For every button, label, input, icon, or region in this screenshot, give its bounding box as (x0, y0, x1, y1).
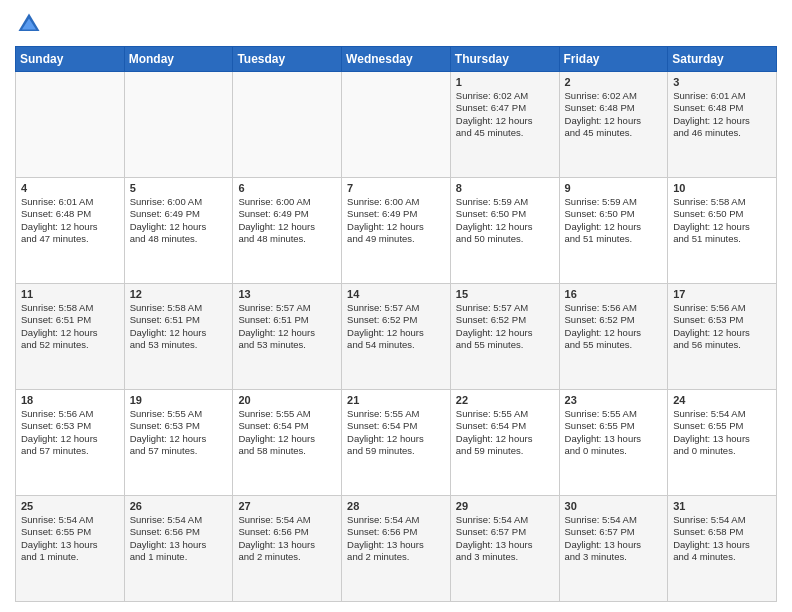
calendar-cell: 28Sunrise: 5:54 AMSunset: 6:56 PMDayligh… (342, 496, 451, 602)
day-info: Sunset: 6:57 PM (456, 526, 554, 538)
day-info: Daylight: 13 hours (673, 433, 771, 445)
day-number: 18 (21, 394, 119, 406)
day-number: 10 (673, 182, 771, 194)
calendar-cell: 30Sunrise: 5:54 AMSunset: 6:57 PMDayligh… (559, 496, 668, 602)
day-info: and 55 minutes. (456, 339, 554, 351)
day-number: 19 (130, 394, 228, 406)
day-number: 13 (238, 288, 336, 300)
day-info: and 49 minutes. (347, 233, 445, 245)
day-info: Sunrise: 5:54 AM (673, 408, 771, 420)
calendar-cell: 23Sunrise: 5:55 AMSunset: 6:55 PMDayligh… (559, 390, 668, 496)
day-info: Sunset: 6:53 PM (130, 420, 228, 432)
day-info: Daylight: 12 hours (673, 327, 771, 339)
day-info: and 59 minutes. (456, 445, 554, 457)
day-info: Daylight: 12 hours (21, 221, 119, 233)
day-info: and 3 minutes. (565, 551, 663, 563)
day-info: Daylight: 13 hours (456, 539, 554, 551)
day-info: Sunset: 6:52 PM (347, 314, 445, 326)
calendar-cell: 14Sunrise: 5:57 AMSunset: 6:52 PMDayligh… (342, 284, 451, 390)
day-number: 26 (130, 500, 228, 512)
day-info: Sunset: 6:47 PM (456, 102, 554, 114)
day-info: Daylight: 12 hours (673, 115, 771, 127)
weekday-header: Thursday (450, 47, 559, 72)
day-info: Sunset: 6:51 PM (21, 314, 119, 326)
day-number: 22 (456, 394, 554, 406)
day-info: Sunrise: 6:00 AM (238, 196, 336, 208)
day-number: 2 (565, 76, 663, 88)
day-info: and 51 minutes. (673, 233, 771, 245)
day-info: Sunset: 6:53 PM (21, 420, 119, 432)
day-info: Sunset: 6:49 PM (347, 208, 445, 220)
calendar-cell: 18Sunrise: 5:56 AMSunset: 6:53 PMDayligh… (16, 390, 125, 496)
day-number: 20 (238, 394, 336, 406)
day-info: Sunrise: 5:55 AM (130, 408, 228, 420)
calendar-cell: 10Sunrise: 5:58 AMSunset: 6:50 PMDayligh… (668, 178, 777, 284)
weekday-header: Monday (124, 47, 233, 72)
day-info: and 54 minutes. (347, 339, 445, 351)
weekday-header: Wednesday (342, 47, 451, 72)
day-info: Sunrise: 5:56 AM (673, 302, 771, 314)
day-info: Sunset: 6:57 PM (565, 526, 663, 538)
day-info: Sunrise: 5:55 AM (456, 408, 554, 420)
calendar-week-row: 4Sunrise: 6:01 AMSunset: 6:48 PMDaylight… (16, 178, 777, 284)
day-info: Sunrise: 5:57 AM (347, 302, 445, 314)
calendar-cell: 24Sunrise: 5:54 AMSunset: 6:55 PMDayligh… (668, 390, 777, 496)
day-info: and 45 minutes. (456, 127, 554, 139)
calendar-cell: 31Sunrise: 5:54 AMSunset: 6:58 PMDayligh… (668, 496, 777, 602)
calendar-cell: 25Sunrise: 5:54 AMSunset: 6:55 PMDayligh… (16, 496, 125, 602)
calendar-cell: 3Sunrise: 6:01 AMSunset: 6:48 PMDaylight… (668, 72, 777, 178)
day-info: Sunrise: 5:54 AM (347, 514, 445, 526)
day-info: Sunrise: 5:54 AM (673, 514, 771, 526)
day-info: Sunset: 6:49 PM (130, 208, 228, 220)
day-info: Sunrise: 6:00 AM (130, 196, 228, 208)
calendar-cell: 4Sunrise: 6:01 AMSunset: 6:48 PMDaylight… (16, 178, 125, 284)
day-info: Sunset: 6:51 PM (130, 314, 228, 326)
calendar-cell (16, 72, 125, 178)
calendar-cell (233, 72, 342, 178)
day-info: Sunset: 6:48 PM (21, 208, 119, 220)
calendar-cell: 15Sunrise: 5:57 AMSunset: 6:52 PMDayligh… (450, 284, 559, 390)
day-info: and 0 minutes. (673, 445, 771, 457)
day-info: Daylight: 13 hours (347, 539, 445, 551)
day-info: Sunset: 6:56 PM (347, 526, 445, 538)
day-info: Sunset: 6:49 PM (238, 208, 336, 220)
calendar-page: SundayMondayTuesdayWednesdayThursdayFrid… (0, 0, 792, 612)
day-info: and 3 minutes. (456, 551, 554, 563)
calendar-cell: 19Sunrise: 5:55 AMSunset: 6:53 PMDayligh… (124, 390, 233, 496)
day-info: Sunset: 6:53 PM (673, 314, 771, 326)
day-number: 14 (347, 288, 445, 300)
day-number: 9 (565, 182, 663, 194)
logo (15, 10, 47, 38)
day-info: Daylight: 12 hours (21, 433, 119, 445)
day-info: and 1 minute. (130, 551, 228, 563)
day-number: 16 (565, 288, 663, 300)
day-info: Sunset: 6:55 PM (565, 420, 663, 432)
day-number: 15 (456, 288, 554, 300)
calendar-cell: 11Sunrise: 5:58 AMSunset: 6:51 PMDayligh… (16, 284, 125, 390)
day-info: and 46 minutes. (673, 127, 771, 139)
day-info: Daylight: 12 hours (456, 221, 554, 233)
day-info: Sunrise: 5:58 AM (673, 196, 771, 208)
calendar-cell (342, 72, 451, 178)
day-info: Daylight: 12 hours (238, 433, 336, 445)
day-info: Sunset: 6:50 PM (565, 208, 663, 220)
calendar-week-row: 1Sunrise: 6:02 AMSunset: 6:47 PMDaylight… (16, 72, 777, 178)
day-number: 25 (21, 500, 119, 512)
day-info: and 57 minutes. (130, 445, 228, 457)
day-info: Sunset: 6:58 PM (673, 526, 771, 538)
day-info: and 53 minutes. (238, 339, 336, 351)
day-number: 5 (130, 182, 228, 194)
day-info: Sunset: 6:50 PM (673, 208, 771, 220)
day-info: Sunrise: 5:54 AM (238, 514, 336, 526)
weekday-header: Tuesday (233, 47, 342, 72)
day-info: and 53 minutes. (130, 339, 228, 351)
day-info: Daylight: 12 hours (347, 221, 445, 233)
day-info: Sunrise: 5:54 AM (456, 514, 554, 526)
calendar-cell: 9Sunrise: 5:59 AMSunset: 6:50 PMDaylight… (559, 178, 668, 284)
calendar-cell: 29Sunrise: 5:54 AMSunset: 6:57 PMDayligh… (450, 496, 559, 602)
day-info: Sunset: 6:55 PM (21, 526, 119, 538)
day-number: 31 (673, 500, 771, 512)
day-info: and 45 minutes. (565, 127, 663, 139)
day-number: 7 (347, 182, 445, 194)
day-info: Sunrise: 5:55 AM (565, 408, 663, 420)
